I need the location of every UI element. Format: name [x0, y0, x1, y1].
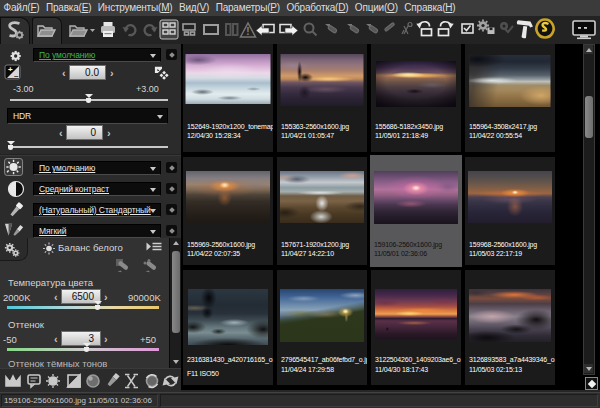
svg-text:!: !: [246, 26, 249, 37]
svg-text:+: +: [8, 65, 13, 74]
svg-text:–: –: [14, 71, 19, 80]
